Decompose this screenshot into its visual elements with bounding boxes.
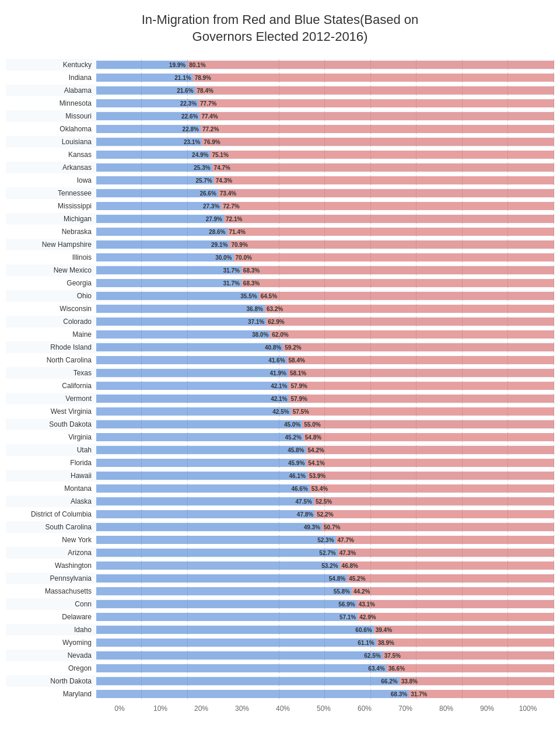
state-label: Washington	[6, 561, 96, 570]
blue-bar-label: 38.0%	[252, 332, 268, 338]
blue-bar-label: 42.1%	[271, 396, 287, 402]
red-bar-label: 37.5%	[384, 653, 401, 659]
blue-bar: 52.3%	[96, 536, 336, 544]
state-label: Montana	[6, 484, 96, 493]
red-bar: 71.4%	[228, 228, 554, 236]
red-bar: 58.4%	[287, 356, 554, 364]
blue-bar: 41.6%	[96, 356, 287, 364]
blue-bar: 22.3%	[96, 99, 198, 107]
table-row: District of Columbia47.8%52.2%	[6, 508, 554, 520]
blue-bar-label: 22.3%	[180, 100, 197, 107]
red-bar: 57.5%	[291, 407, 554, 416]
state-label: Florida	[6, 459, 96, 467]
red-bar: 74.3%	[214, 176, 554, 184]
red-bar: 57.9%	[289, 382, 554, 390]
blue-bar: 28.6%	[96, 228, 228, 236]
table-row: South Dakota45.0%55.0%	[6, 418, 554, 430]
blue-bar: 66.2%	[96, 677, 400, 685]
red-bar-label: 36.6%	[388, 665, 405, 672]
blue-bar-label: 66.2%	[381, 678, 397, 685]
bar-area: 26.6%73.4%	[96, 188, 554, 198]
red-bar-label: 46.8%	[342, 563, 358, 569]
state-label: Virginia	[6, 433, 96, 441]
blue-bar: 36.8%	[96, 305, 265, 313]
axis-label-0: 0%	[99, 704, 140, 713]
red-bar: 72.1%	[224, 215, 554, 223]
red-bar: 54.2%	[306, 446, 554, 454]
blue-bar: 45.9%	[96, 459, 306, 467]
red-bar-label: 38.9%	[378, 640, 394, 646]
red-bar-label: 78.4%	[197, 88, 214, 94]
table-row: Utah45.8%54.2%	[6, 444, 554, 456]
state-label: Maryland	[6, 690, 96, 698]
table-row: Idaho60.6%39.4%	[6, 624, 554, 636]
axis-label-3: 30%	[222, 704, 262, 713]
table-row: Georgia31.7%68.3%	[6, 277, 554, 289]
bar-area: 42.1%57.9%	[96, 381, 554, 391]
blue-bar-label: 25.3%	[194, 165, 210, 171]
red-bar: 80.1%	[187, 61, 554, 69]
table-row: Mississippi27.3%72.7%	[6, 200, 554, 212]
chart-title: In-Migration from Red and Blue States(Ba…	[6, 12, 554, 45]
blue-bar-label: 35.5%	[240, 293, 257, 299]
table-row: Rhode Island40.8%59.2%	[6, 341, 554, 353]
blue-bar-label: 61.1%	[358, 640, 374, 646]
blue-bar-label: 45.0%	[284, 421, 300, 428]
blue-bar-label: 24.9%	[192, 152, 208, 158]
red-bar-label: 62.0%	[272, 332, 288, 338]
red-bar-label: 77.2%	[202, 126, 219, 132]
table-row: Minnesota22.3%77.7%	[6, 97, 554, 109]
table-row: Nebraska28.6%71.4%	[6, 226, 554, 238]
state-label: Tennessee	[6, 189, 96, 197]
blue-bar-label: 62.5%	[364, 653, 380, 659]
table-row: Iowa25.7%74.3%	[6, 175, 554, 186]
table-row: Washington53.2%46.8%	[6, 560, 554, 571]
table-row: Montana46.6%53.4%	[6, 483, 554, 494]
blue-bar-label: 53.2%	[321, 563, 338, 569]
table-row: New York52.3%47.7%	[6, 534, 554, 546]
bar-area: 63.4%36.6%	[96, 663, 554, 674]
red-bar: 45.2%	[347, 574, 554, 582]
red-bar: 47.3%	[338, 549, 554, 557]
blue-bar-label: 22.6%	[181, 113, 198, 120]
axis-label-4: 40%	[262, 704, 303, 713]
bar-area: 31.7%68.3%	[96, 278, 554, 288]
blue-bar: 41.9%	[96, 369, 288, 377]
blue-bar: 60.6%	[96, 626, 374, 634]
state-label: Illinois	[6, 253, 96, 261]
bar-area: 55.8%44.2%	[96, 586, 554, 597]
table-row: Massachusetts55.8%44.2%	[6, 585, 554, 597]
red-bar: 77.2%	[201, 125, 554, 133]
bar-area: 31.7%68.3%	[96, 265, 554, 275]
table-row: New Mexico31.7%68.3%	[6, 264, 554, 276]
bar-area: 66.2%33.8%	[96, 676, 554, 686]
bar-area: 47.8%52.2%	[96, 509, 554, 519]
table-row: Florida45.9%54.1%	[6, 457, 554, 469]
blue-bar: 46.1%	[96, 472, 307, 480]
bar-area: 27.3%72.7%	[96, 201, 554, 211]
state-label: Nevada	[6, 651, 96, 660]
red-bar: 53.4%	[310, 484, 554, 493]
red-bar-label: 70.0%	[236, 254, 252, 261]
red-bar-label: 80.1%	[189, 62, 205, 68]
red-bar: 31.7%	[409, 690, 554, 698]
blue-bar: 31.7%	[96, 266, 242, 274]
blue-bar: 27.3%	[96, 202, 221, 210]
table-row: North Carolina41.6%58.4%	[6, 354, 554, 366]
red-bar: 59.2%	[283, 343, 554, 351]
blue-bar: 47.8%	[96, 510, 315, 518]
blue-bar: 21.1%	[96, 74, 193, 82]
blue-bar-label: 41.6%	[268, 357, 285, 364]
state-label: Idaho	[6, 626, 96, 634]
blue-bar: 19.9%	[96, 61, 187, 69]
table-row: Virginia45.2%54.8%	[6, 431, 554, 443]
state-label: Conn	[6, 600, 96, 608]
blue-bar-label: 41.9%	[270, 370, 286, 376]
table-row: North Dakota66.2%33.8%	[6, 675, 554, 687]
bar-area: 27.9%72.1%	[96, 214, 554, 224]
table-row: Wyoming61.1%38.9%	[6, 637, 554, 648]
state-label: Arizona	[6, 549, 96, 557]
red-bar-label: 54.2%	[308, 447, 324, 454]
bar-area: 35.5%64.5%	[96, 291, 554, 301]
red-bar: 68.3%	[242, 279, 554, 287]
